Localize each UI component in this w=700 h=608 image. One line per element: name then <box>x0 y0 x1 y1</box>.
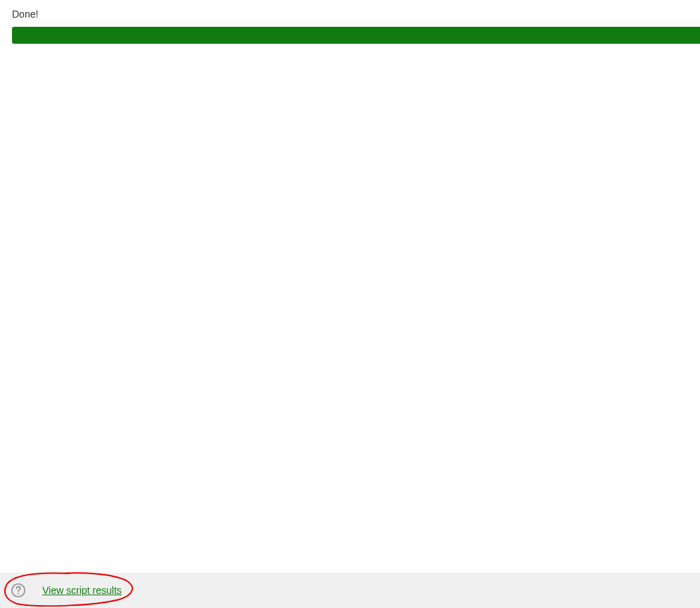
status-label: Done! <box>12 8 38 20</box>
help-icon[interactable] <box>10 582 27 599</box>
progress-bar-fill <box>12 27 700 44</box>
svg-point-1 <box>18 593 19 595</box>
view-script-results-link[interactable]: View script results <box>42 585 122 596</box>
progress-bar <box>12 27 700 44</box>
footer-bar: View script results <box>0 573 700 608</box>
